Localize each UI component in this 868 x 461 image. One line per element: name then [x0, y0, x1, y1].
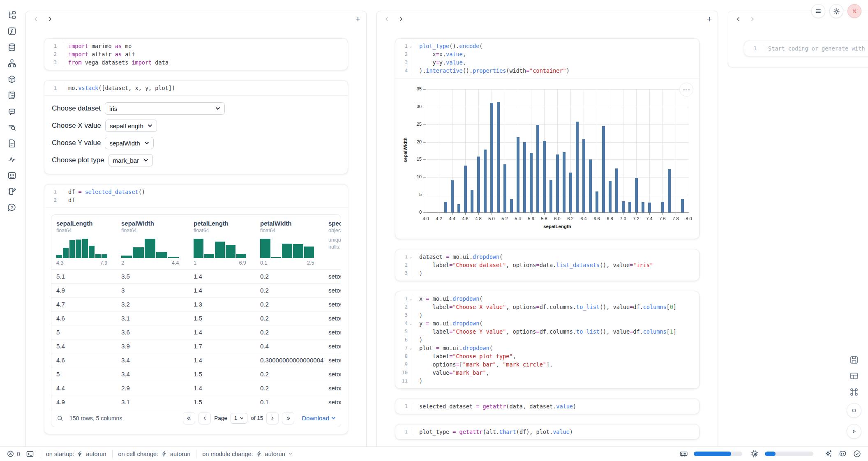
gridline-v — [623, 89, 623, 212]
save-icon[interactable] — [849, 355, 859, 365]
code-editor[interactable]: 1df = selected_dataset()2df — [44, 184, 348, 207]
prev-page-button[interactable] — [199, 412, 211, 424]
snippets-icon[interactable] — [7, 138, 17, 149]
chart-bar — [549, 180, 552, 212]
x-value-select[interactable]: sepalLength — [105, 120, 157, 132]
run-button[interactable] — [847, 424, 861, 439]
table-row[interactable]: 4.63.41.40.30000000000000004setosa — [51, 353, 341, 367]
ai-chat-icon[interactable] — [7, 106, 17, 117]
cell-imports[interactable]: 1import marimo as mo2import altair as al… — [44, 38, 348, 70]
table-of-contents-icon[interactable] — [7, 122, 17, 133]
on-startup-mode[interactable]: on startup: autorun — [46, 451, 106, 457]
collapse-right-icon[interactable] — [748, 15, 756, 23]
menu-button[interactable] — [811, 4, 825, 18]
code-editor[interactable]: 1⌄dataset = mo.ui.dropdown(2 label="Choo… — [395, 249, 699, 281]
errors-icon[interactable] — [7, 450, 14, 458]
line-number: 3 — [44, 58, 57, 67]
column-header[interactable]: petalWidthfloat640.12.5 — [255, 215, 323, 269]
functions-icon[interactable] — [7, 26, 17, 37]
help-icon[interactable]: ? — [7, 202, 17, 213]
generate-link[interactable]: generate — [822, 45, 848, 52]
cell-dataframe[interactable]: 1df = selected_dataset()2df sepalLengthf… — [44, 184, 348, 434]
next-page-button[interactable] — [266, 412, 279, 424]
code-line: 3) — [395, 311, 699, 319]
code-editor[interactable]: 1selected_dataset = getattr(data, datase… — [395, 399, 699, 414]
shutdown-button[interactable] — [847, 4, 861, 18]
code-editor[interactable]: 1plot_type = getattr(alt.Chart(df), plot… — [395, 424, 699, 439]
on-module-change-mode[interactable]: on module change: autorun — [202, 451, 293, 457]
code-editor[interactable]: 1⌄plot_type().encode(2 x=x.value,3 y=y.v… — [395, 39, 699, 78]
fold-marker[interactable]: ⌄ — [408, 344, 414, 352]
chart-actions-button[interactable] — [679, 83, 693, 97]
packages-icon[interactable] — [7, 74, 17, 85]
column-header[interactable]: sepalWidthfloat6424.4 — [116, 215, 189, 269]
table-row[interactable]: 4.73.21.30.2setosa — [51, 297, 341, 311]
fold-marker[interactable]: ⌄ — [408, 319, 414, 327]
table-row[interactable]: 4.93.11.50.1setosa — [51, 395, 341, 409]
table-row[interactable]: 5.13.51.40.2setosa — [51, 269, 341, 283]
layout-table-icon[interactable] — [849, 371, 859, 381]
ai-sparkles-icon[interactable] — [824, 449, 833, 458]
cell-plot-type[interactable]: 1plot_type = getattr(alt.Chart(df), plot… — [395, 424, 699, 440]
table-cell: 4.9 — [51, 284, 116, 297]
table-row[interactable]: 4.63.11.50.2setosa — [51, 311, 341, 325]
collapse-right-icon[interactable] — [397, 15, 405, 23]
collapse-left-icon[interactable] — [734, 15, 742, 23]
settings-button[interactable] — [829, 4, 843, 18]
copilot-icon[interactable] — [838, 449, 847, 458]
file-explorer-icon[interactable] — [7, 10, 17, 21]
dataset-select[interactable]: iris — [105, 102, 225, 115]
page-select[interactable]: 1 — [231, 413, 248, 424]
fold-marker[interactable]: ⌄ — [408, 295, 414, 303]
fold-marker[interactable]: ⌄ — [408, 42, 414, 50]
column-header[interactable]: petalLengthfloat6416.9 — [189, 215, 255, 269]
add-cell-button[interactable]: + — [707, 15, 712, 23]
add-cell-button[interactable]: + — [356, 15, 360, 23]
cell-dataset-dropdown[interactable]: 1⌄dataset = mo.ui.dropdown(2 label="Choo… — [395, 249, 699, 281]
code-editor[interactable]: 1mo.vstack([dataset, x, y, plot]) — [44, 81, 348, 95]
keyboard-shortcuts-icon[interactable] — [849, 387, 859, 397]
cell-vstack[interactable]: 1mo.vstack([dataset, x, y, plot]) Choose… — [44, 80, 348, 174]
table-row[interactable]: 53.41.50.2setosa — [51, 367, 341, 381]
table-row[interactable]: 4.42.91.40.2setosa — [51, 381, 341, 395]
first-page-button[interactable] — [183, 412, 195, 424]
table-cell: 3.6 — [116, 325, 189, 339]
column-header[interactable]: sepalLengthfloat644.37.9 — [51, 215, 116, 269]
logs-icon[interactable] — [7, 90, 17, 101]
download-button[interactable]: Download — [302, 415, 336, 422]
chart-bar — [661, 202, 664, 212]
code-editor[interactable]: 1 Start coding or generate with — [744, 41, 868, 56]
code-editor[interactable]: 1⌄x = mo.ui.dropdown(2 label="Choose X v… — [395, 291, 699, 388]
cell-plot[interactable]: 1⌄plot_type().encode(2 x=x.value,3 y=y.v… — [395, 38, 699, 239]
column-header[interactable]: speciesobjectunique:nulls: — [323, 215, 341, 269]
cell-empty[interactable]: 1 Start coding or generate with — [744, 41, 868, 56]
tracing-icon[interactable] — [7, 154, 17, 165]
table-row[interactable]: 5.43.91.70.4setosa — [51, 339, 341, 353]
cell-xyplot-dropdowns[interactable]: 1⌄x = mo.ui.dropdown(2 label="Choose X v… — [395, 291, 699, 389]
collapse-left-icon[interactable] — [383, 15, 391, 23]
last-page-button[interactable] — [282, 412, 294, 424]
collapse-right-icon[interactable] — [46, 15, 54, 23]
code-line: 1import marimo as mo — [44, 42, 348, 50]
code-editor[interactable]: 1import marimo as mo2import altair as al… — [44, 39, 348, 70]
terminal-icon[interactable] — [26, 450, 34, 458]
fold-marker[interactable]: ⌄ — [408, 253, 414, 261]
datasources-icon[interactable] — [7, 42, 17, 53]
scratchpad-button[interactable] — [847, 403, 861, 418]
scratchpad-icon[interactable] — [7, 170, 17, 181]
table-row[interactable]: 53.61.40.2setosa — [51, 325, 341, 339]
cell-selected-dataset[interactable]: 1selected_dataset = getattr(data, datase… — [395, 399, 699, 414]
documentation-icon[interactable] — [7, 186, 17, 197]
y-value-select[interactable]: sepalWidth — [105, 137, 153, 149]
dependencies-icon[interactable] — [7, 58, 17, 69]
bolt-icon — [161, 451, 167, 457]
fold-marker — [57, 188, 63, 196]
table-row[interactable]: 4.931.40.2setosa — [51, 283, 341, 297]
editor-placeholder[interactable]: Start coding or generate with — [763, 44, 868, 53]
connection-status-icon[interactable] — [853, 449, 861, 458]
collapse-left-icon[interactable] — [32, 15, 40, 23]
plot-type-select[interactable]: mark_bar — [108, 154, 153, 166]
on-cell-change-mode[interactable]: on cell change: autorun — [118, 451, 191, 457]
search-icon[interactable] — [56, 415, 64, 422]
line-number: 4 — [395, 67, 408, 75]
